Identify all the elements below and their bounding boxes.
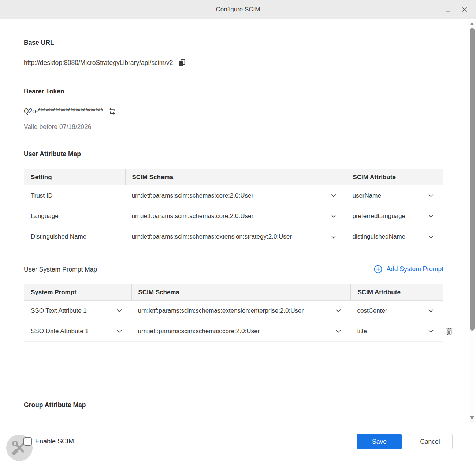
schema-select[interactable]: urn:ietf:params:scim:schemas:core:2.0:Us… <box>125 185 346 206</box>
scroll-down-arrow[interactable] <box>470 416 475 420</box>
table-header-row: Setting SCIM Schema SCIM Attribute <box>24 169 443 185</box>
minimize-icon <box>445 7 451 12</box>
delete-row-button[interactable] <box>445 327 454 336</box>
schema-select[interactable]: urn:ietf:params:scim:schemas:core:2.0:Us… <box>131 321 351 341</box>
dialog-title: Configure SCIM <box>0 0 476 19</box>
column-header-scim-schema: SCIM Schema <box>131 284 351 300</box>
table-row: Language urn:ietf:params:scim:schemas:co… <box>24 206 443 226</box>
bearer-token-value: Q2o-************************** <box>24 107 103 115</box>
setting-label: Language <box>24 206 125 226</box>
close-button[interactable] <box>459 4 469 15</box>
table-row: Trust ID urn:ietf:params:scim:schemas:co… <box>24 185 443 206</box>
regenerate-token-button[interactable] <box>108 107 117 116</box>
close-icon <box>461 6 468 13</box>
base-url-value: http://desktop:8080/MicroStrategyLibrary… <box>24 59 173 67</box>
setting-label: Distinguished Name <box>24 226 125 247</box>
copy-icon <box>178 58 186 67</box>
configure-scim-dialog: Configure SCIM Base URL http://desktop:8… <box>0 0 476 468</box>
chevron-down-icon <box>428 194 434 197</box>
schema-select[interactable]: urn:ietf:params:scim:schemas:extension:e… <box>131 301 351 321</box>
attribute-select[interactable]: distinguishedName <box>346 226 443 247</box>
chevron-down-icon <box>331 235 336 239</box>
add-system-prompt-label: Add System Prompt <box>386 265 443 273</box>
add-system-prompt-button[interactable]: Add System Prompt <box>374 265 443 273</box>
user-system-prompt-map-table: System Prompt SCIM Schema SCIM Attribute… <box>24 284 443 380</box>
enable-scim-label: Enable SCIM <box>35 438 74 445</box>
chevron-down-icon <box>336 329 341 333</box>
cancel-button[interactable]: Cancel <box>408 434 453 449</box>
base-url-row: http://desktop:8080/MicroStrategyLibrary… <box>24 58 186 67</box>
chevron-down-icon <box>428 309 434 312</box>
attribute-select[interactable]: userName <box>346 185 443 206</box>
save-button[interactable]: Save <box>357 434 402 449</box>
table-row: SSO Date Attribute 1 urn:ietf:params:sci… <box>24 321 443 342</box>
group-attribute-map-title: Group Attribute Map <box>24 401 86 409</box>
empty-table-area <box>24 342 443 380</box>
column-header-scim-attribute: SCIM Attribute <box>346 169 443 185</box>
table-row: SSO Text Attribute 1 urn:ietf:params:sci… <box>24 301 443 321</box>
column-header-scim-schema: SCIM Schema <box>125 169 346 185</box>
system-prompt-select[interactable]: SSO Date Attribute 1 <box>24 321 131 341</box>
regenerate-icon <box>108 107 117 116</box>
schema-select[interactable]: urn:ietf:params:scim:schemas:extension:s… <box>125 226 346 247</box>
attribute-select[interactable]: preferredLanguage <box>346 206 443 226</box>
bearer-token-label: Bearer Token <box>24 88 64 95</box>
user-attribute-map-table: Setting SCIM Schema SCIM Attribute Trust… <box>24 169 443 247</box>
token-validity-text: Valid before 07/18/2026 <box>24 123 92 131</box>
attribute-select[interactable]: title <box>350 321 443 341</box>
chevron-down-icon <box>336 309 341 312</box>
scroll-up-arrow[interactable] <box>470 22 475 25</box>
chevron-down-icon <box>117 329 122 333</box>
plus-circle-icon <box>374 265 382 273</box>
minimize-button[interactable] <box>443 4 453 15</box>
column-header-setting: Setting <box>24 169 125 185</box>
attribute-select[interactable]: costCenter <box>350 301 443 321</box>
table-header-row: System Prompt SCIM Schema SCIM Attribute <box>24 284 443 301</box>
user-attribute-map-title: User Attribute Map <box>24 150 81 158</box>
chevron-down-icon <box>428 214 434 218</box>
title-bar: Configure SCIM <box>0 0 476 19</box>
chevron-down-icon <box>117 309 122 312</box>
column-header-system-prompt: System Prompt <box>24 284 131 300</box>
column-header-scim-attribute: SCIM Attribute <box>350 284 443 300</box>
setting-label: Trust ID <box>24 185 125 206</box>
table-row: Distinguished Name urn:ietf:params:scim:… <box>24 226 443 247</box>
bearer-token-row: Q2o-************************** <box>24 107 117 116</box>
chevron-down-icon <box>428 329 434 333</box>
enable-scim-checkbox[interactable] <box>23 437 32 446</box>
chevron-down-icon <box>428 235 434 239</box>
user-system-prompt-map-title: User System Prompt Map <box>24 266 97 273</box>
copy-button[interactable] <box>178 58 186 67</box>
schema-select[interactable]: urn:ietf:params:scim:schemas:core:2.0:Us… <box>125 206 346 226</box>
scrollbar-thumb[interactable] <box>470 28 475 331</box>
base-url-label: Base URL <box>24 39 54 47</box>
chevron-down-icon <box>331 214 336 218</box>
chevron-down-icon <box>331 194 336 197</box>
trash-icon <box>445 327 454 336</box>
system-prompt-select[interactable]: SSO Text Attribute 1 <box>24 301 131 321</box>
